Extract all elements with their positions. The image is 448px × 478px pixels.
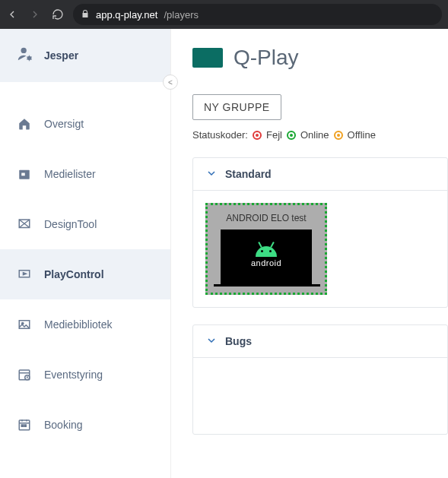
user-block[interactable]: Jesper [0,29,170,82]
new-group-button[interactable]: NY GRUPPE [192,94,281,120]
lock-icon [81,9,90,21]
android-text: android [251,258,281,267]
status-dot-offline [334,131,343,140]
group-body [193,358,447,434]
group-title: Bugs [225,335,252,347]
chevron-down-icon [205,334,218,348]
brand: Q-Play [192,46,448,70]
house-icon [17,117,32,131]
status-label: Statuskoder: [192,129,248,141]
status-dot-fejl [253,131,262,140]
group-body: ANDROID ELO test android [193,191,447,307]
calendar-box-icon [17,167,32,181]
address-bar[interactable]: app.q-play.net/players [73,4,442,25]
brand-logo [192,48,223,68]
status-legend: Statuskoder: Fejl Online Offline [192,129,448,141]
sidebar-item-label: Eventstyring [44,369,103,381]
group-title: Standard [225,168,272,180]
browser-nav [6,8,64,21]
main-content: Q-Play NY GRUPPE Statuskoder: Fejl Onlin… [171,29,448,478]
event-icon [17,368,32,381]
sidebar-item-medielister[interactable]: Medielister [0,149,170,199]
status-dot-online [287,131,296,140]
sidebar-item-designtool[interactable]: DesignTool [0,199,170,249]
svg-rect-11 [21,425,23,426]
status-code-label: Offline [348,129,376,141]
sidebar-item-eventstyring[interactable]: Eventstyring [0,350,170,400]
sidebar-item-label: Medielister [44,168,96,180]
user-name: Jesper [44,49,78,62]
sidebar-item-oversigt[interactable]: Oversigt [0,99,170,149]
sidebar-nav: Oversigt Medielister DesignTool PlayCont… [0,82,170,450]
sidebar-item-label: PlayControl [44,268,104,280]
sidebar-item-label: Booking [44,419,83,431]
sidebar: Jesper < Oversigt Medielister DesignTool… [0,29,171,478]
group-header[interactable]: Standard [193,158,447,191]
user-gear-icon [17,46,33,65]
sidebar-item-mediebibliotek[interactable]: Mediebibliotek [0,299,170,350]
booking-icon [17,418,32,432]
player-screen-icon: android [221,230,312,284]
sidebar-collapse-toggle[interactable]: < [163,74,178,90]
sidebar-item-label: Mediebibliotek [44,318,113,331]
status-code-label: Online [300,129,329,141]
sidebar-item-label: DesignTool [44,218,97,230]
url-host: app.q-play.net [96,9,157,21]
player-card[interactable]: ANDROID ELO test android [205,203,327,295]
sidebar-item-label: Oversigt [44,118,84,130]
svg-point-0 [21,48,27,53]
back-icon[interactable] [6,8,18,21]
status-code-label: Fejl [266,129,282,141]
svg-point-1 [27,56,32,61]
svg-rect-12 [24,425,26,426]
playcontrol-icon [17,267,32,281]
sidebar-item-playcontrol[interactable]: PlayControl [0,249,170,299]
group-panel-standard: Standard ANDROID ELO test android [192,157,448,308]
brand-name: Q-Play [234,46,299,70]
gallery-icon [17,318,32,331]
tv-stand-icon [214,284,320,286]
design-icon [17,217,32,231]
forward-icon[interactable] [29,8,41,21]
chevron-down-icon [205,167,218,181]
sidebar-item-booking[interactable]: Booking [0,400,170,450]
reload-icon[interactable] [52,8,64,21]
group-header[interactable]: Bugs [193,325,447,358]
browser-chrome: app.q-play.net/players [0,0,448,29]
svg-rect-3 [21,173,25,176]
android-icon [256,246,277,257]
player-label: ANDROID ELO test [214,213,319,223]
url-path: /players [164,9,199,21]
group-panel-bugs: Bugs [192,324,448,435]
